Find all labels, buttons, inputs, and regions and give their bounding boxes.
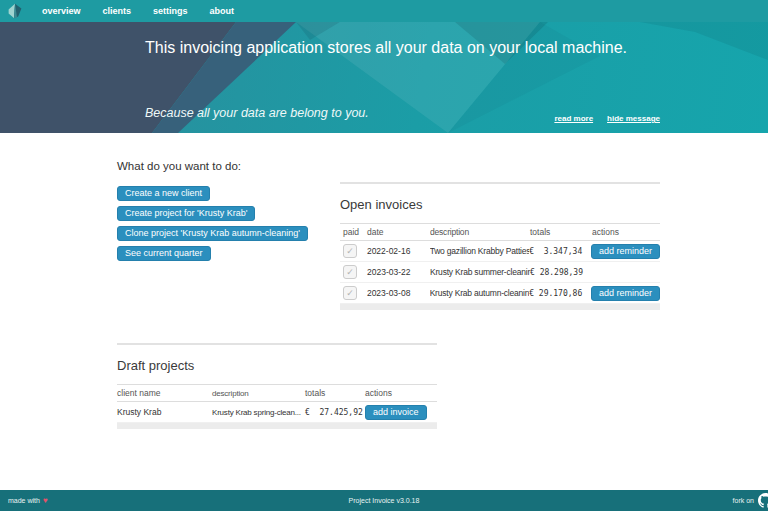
col-actions: actions bbox=[365, 388, 437, 398]
app-window: overview clients settings about This inv… bbox=[0, 0, 768, 511]
col-client-name: client name bbox=[117, 388, 212, 398]
invoice-date: 2022-02-16 bbox=[367, 246, 430, 256]
draft-total: € 27.425,92 bbox=[305, 408, 365, 417]
paid-checkbox[interactable]: ✓ bbox=[343, 244, 357, 258]
invoice-row: ✓ 2022-02-16 Two gazillion Krabby Pattie… bbox=[340, 241, 660, 262]
invoice-description: Two gazillion Krabby Patties bbox=[430, 246, 530, 256]
col-totals: totals bbox=[305, 388, 365, 398]
hero-links: read more hide message bbox=[554, 114, 660, 123]
create-project-button[interactable]: Create project for 'Krusty Krab' bbox=[117, 206, 255, 221]
check-icon: ✓ bbox=[346, 268, 354, 277]
invoice-row: ✓ 2023-03-08 Krusty Krab autumn-cleaning… bbox=[340, 283, 660, 304]
check-icon: ✓ bbox=[346, 247, 354, 256]
invoice-total: € 28.298,39 bbox=[530, 268, 592, 277]
col-paid: paid bbox=[340, 227, 367, 237]
open-invoices-panel: Open invoices paid date description tota… bbox=[340, 182, 660, 310]
nav-item-clients[interactable]: clients bbox=[92, 0, 143, 22]
paid-checkbox[interactable]: ✓ bbox=[343, 265, 357, 279]
invoice-description: Krusty Krab autumn-cleaning bbox=[430, 288, 530, 298]
clone-project-button[interactable]: Clone project 'Krusty Krab autumn-cleani… bbox=[117, 226, 308, 241]
create-client-button[interactable]: Create a new client bbox=[117, 186, 210, 201]
table-footer-strip bbox=[117, 423, 437, 429]
open-invoices-table: paid date description totals actions ✓ 2… bbox=[340, 223, 660, 310]
footer: made with ♥ Project Invoice v3.0.18 fork… bbox=[0, 490, 768, 511]
divider bbox=[340, 182, 660, 184]
add-reminder-button[interactable]: add reminder bbox=[591, 286, 660, 301]
github-icon[interactable] bbox=[758, 493, 768, 508]
draft-description: Krusty Krab spring-clean... bbox=[212, 408, 305, 417]
open-invoices-title: Open invoices bbox=[340, 197, 660, 212]
divider bbox=[117, 343, 437, 345]
hide-message-link[interactable]: hide message bbox=[607, 114, 660, 123]
draft-client-name: Krusty Krab bbox=[117, 407, 212, 417]
draft-project-row: Krusty Krab Krusty Krab spring-clean... … bbox=[117, 402, 437, 423]
table-header: paid date description totals actions bbox=[340, 223, 660, 241]
app-version: Project Invoice v3.0.18 bbox=[0, 497, 768, 504]
check-icon: ✓ bbox=[346, 289, 354, 298]
invoice-row: ✓ 2023-03-22 Krusty Krab summer-cleaning… bbox=[340, 262, 660, 283]
paid-checkbox[interactable]: ✓ bbox=[343, 286, 357, 300]
invoice-date: 2023-03-08 bbox=[367, 288, 430, 298]
col-date: date bbox=[367, 227, 430, 237]
invoice-total: € 29.170,86 bbox=[529, 289, 591, 298]
invoice-date: 2023-03-22 bbox=[367, 267, 430, 277]
draft-projects-table: client name description totals actions K… bbox=[117, 384, 437, 429]
add-reminder-button[interactable]: add reminder bbox=[591, 244, 660, 259]
hero-subtitle: Because all your data are belong to you. bbox=[145, 106, 369, 120]
draft-projects-panel: Draft projects client name description t… bbox=[117, 343, 437, 429]
col-description: description bbox=[212, 389, 305, 398]
draft-projects-title: Draft projects bbox=[117, 358, 437, 373]
invoice-description: Krusty Krab summer-cleaning bbox=[430, 267, 530, 277]
hero-banner: This invoicing application stores all yo… bbox=[0, 22, 768, 133]
col-totals: totals bbox=[530, 227, 592, 237]
nav-item-overview[interactable]: overview bbox=[31, 0, 92, 22]
table-footer-strip bbox=[340, 304, 660, 310]
col-actions: actions bbox=[592, 227, 660, 237]
navbar: overview clients settings about bbox=[0, 0, 768, 22]
read-more-link[interactable]: read more bbox=[554, 114, 593, 123]
app-logo-gem-icon[interactable] bbox=[7, 3, 23, 19]
current-quarter-button[interactable]: See current quarter bbox=[117, 246, 211, 261]
actions-heading: What do you want to do: bbox=[117, 160, 337, 172]
invoice-total: € 3.347,34 bbox=[529, 247, 591, 256]
nav-item-settings[interactable]: settings bbox=[142, 0, 199, 22]
col-description: description bbox=[430, 227, 530, 237]
actions-panel: What do you want to do: Create a new cli… bbox=[117, 160, 337, 266]
fork-on-label: fork on bbox=[733, 497, 754, 504]
add-invoice-button[interactable]: add invoice bbox=[365, 405, 427, 420]
nav-item-about[interactable]: about bbox=[199, 0, 246, 22]
table-header: client name description totals actions bbox=[117, 384, 437, 402]
hero-title: This invoicing application stores all yo… bbox=[145, 36, 627, 60]
